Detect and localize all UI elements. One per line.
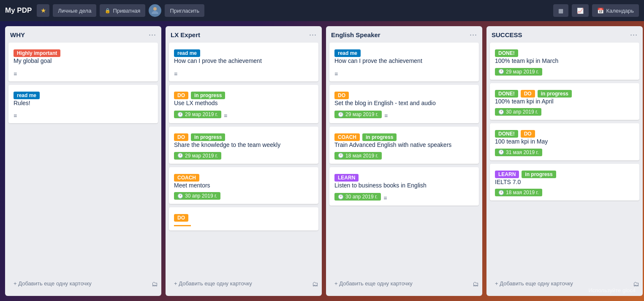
column-menu-success[interactable]: ··· <box>630 30 638 39</box>
column-menu-english-speaker[interactable]: ··· <box>470 30 477 39</box>
card-tags-suc-4: LEARNin progress <box>495 171 634 178</box>
card-lx-5[interactable]: DO <box>169 207 318 230</box>
card-suc-3[interactable]: DONE!DO100 team kpi in May🕐31 мая 2019 г… <box>490 123 639 160</box>
card-en-1[interactable]: read meHow can I prove the achievement≡ <box>329 43 479 81</box>
card-why-2[interactable]: read meRules!≡ <box>8 85 158 124</box>
watermark: Используйте gloc4 <box>589 287 636 293</box>
card-bottom-en-3: 🕐18 мая 2019 г. <box>334 152 474 160</box>
card-title-suc-3: 100 team kpi in May <box>495 138 634 146</box>
card-tags-lx-5: DO <box>174 214 313 222</box>
column-why: WHY···Highly importantMy global goal≡rea… <box>5 26 161 296</box>
template-icon-success: 🗂 <box>633 280 639 287</box>
card-tags-suc-1: DONE! <box>495 49 634 57</box>
card-lx-1[interactable]: read meHow can I prove the achievement≡ <box>169 43 318 81</box>
app-header: My PDP ★ Личные дела 🔒 Приватная Приглас… <box>0 0 644 21</box>
date-badge-lx-4: 🕐30 апр 2019 г. <box>174 192 220 200</box>
clock-icon: 🕐 <box>498 109 504 115</box>
tag-in-progress: in progress <box>522 171 556 178</box>
column-menu-why[interactable]: ··· <box>149 30 156 39</box>
card-bottom-why-2: ≡ <box>14 110 153 119</box>
clock-icon: 🕐 <box>338 194 344 200</box>
add-card-button-english-speaker[interactable]: + Добавить еще одну карточку <box>329 277 473 290</box>
card-tags-en-1: read me <box>334 49 474 57</box>
column-english-speaker: English Speaker···read meHow can I prove… <box>326 26 482 296</box>
add-card-row-english-speaker: + Добавить еще одну карточку🗂 <box>326 274 482 296</box>
date-badge-en-4: 🕐30 апр 2019 г. <box>334 193 381 201</box>
private-label: Приватная <box>113 8 140 14</box>
date-badge-lx-2: 🕐29 мар 2019 г. <box>174 111 221 118</box>
column-header-success: SUCCESS··· <box>486 26 643 43</box>
card-tags-en-4: LEARN <box>334 174 474 182</box>
card-en-2[interactable]: DOSet the blog in English - text and aud… <box>329 85 479 124</box>
card-suc-1[interactable]: DONE!100% team kpi in March🕐29 мар 2019 … <box>490 43 639 80</box>
card-title-suc-1: 100% team kpi in March <box>495 57 634 65</box>
date-badge-suc-4: 🕐18 мая 2019 г. <box>495 189 542 196</box>
card-bottom-lx-2: 🕐29 мар 2019 г.≡ <box>174 110 313 119</box>
card-title-lx-2: Use LX methods <box>174 99 313 108</box>
card-bottom-why-1: ≡ <box>14 68 153 77</box>
card-lx-2[interactable]: DOin progressUse LX methods🕐29 мар 2019 … <box>169 85 318 124</box>
template-icon-lx-expert: 🗂 <box>312 280 318 287</box>
column-header-lx-expert: LX Expert··· <box>166 26 322 43</box>
clock-icon: 🕐 <box>498 149 504 155</box>
calendar-icon: 📅 <box>597 8 604 14</box>
card-suc-2[interactable]: DONE!DOin progress100% team kpi in April… <box>490 83 639 120</box>
card-tags-suc-3: DONE!DO <box>495 130 634 138</box>
card-title-lx-1: How can I prove the achievement <box>174 57 313 65</box>
card-title-en-2: Set the blog in English - text and audio <box>334 99 474 108</box>
card-en-4[interactable]: LEARNListen to business books in English… <box>329 167 479 206</box>
chart-icon-button[interactable]: 📈 <box>572 4 589 17</box>
card-tags-why-2: read me <box>14 92 153 99</box>
column-header-why: WHY··· <box>5 26 161 43</box>
card-title-en-3: Train Advanced English with native speak… <box>334 141 474 149</box>
card-bottom-lx-3: 🕐29 мар 2019 г. <box>174 152 313 160</box>
add-card-button-why[interactable]: + Добавить еще одну карточку <box>8 277 152 290</box>
avatar[interactable] <box>149 4 161 17</box>
card-bottom-suc-2: 🕐30 апр 2019 г. <box>495 108 634 116</box>
invite-label: Пригласить <box>170 8 199 14</box>
card-lx-4[interactable]: COACHMeet mentors🕐30 апр 2019 г. <box>169 167 318 204</box>
column-title-success: SUCCESS <box>492 31 522 38</box>
card-bottom-lx-4: 🕐30 апр 2019 г. <box>174 192 313 200</box>
desc-icon-lx-2: ≡ <box>224 112 227 119</box>
card-en-3[interactable]: COACHin progressTrain Advanced English w… <box>329 127 479 164</box>
star-button[interactable]: ★ <box>37 4 49 17</box>
card-tags-lx-4: COACH <box>174 174 313 182</box>
private-button[interactable]: 🔒 Приватная <box>100 4 145 17</box>
grid-icon-button[interactable]: ▦ <box>553 4 568 17</box>
date-badge-en-3: 🕐18 мая 2019 г. <box>334 152 382 160</box>
date-text-lx-2: 29 мар 2019 г. <box>185 111 218 117</box>
column-menu-lx-expert[interactable]: ··· <box>309 30 317 39</box>
calendar-button[interactable]: 📅 Календарь <box>592 4 639 17</box>
card-suc-4[interactable]: LEARNin progressIELTS 7.0🕐18 мая 2019 г. <box>490 164 639 201</box>
cards-lx-expert: read meHow can I prove the achievement≡D… <box>166 43 322 274</box>
invite-button[interactable]: Пригласить <box>165 4 204 17</box>
date-text-lx-3: 29 мар 2019 г. <box>185 153 218 159</box>
date-text-suc-3: 31 мая 2019 г. <box>506 149 539 155</box>
personal-button[interactable]: Личные дела <box>53 4 96 17</box>
add-card-button-lx-expert[interactable]: + Добавить еще одну карточку <box>169 277 312 290</box>
clock-icon: 🕐 <box>498 190 504 195</box>
card-lx-3[interactable]: DOin progressShare the knowledge to the … <box>169 127 318 164</box>
column-title-lx-expert: LX Expert <box>171 31 200 38</box>
template-icon-why: 🗂 <box>152 280 158 287</box>
card-why-1[interactable]: Highly importantMy global goal≡ <box>8 43 158 81</box>
card-tags-en-3: COACHin progress <box>334 133 474 141</box>
card-title-en-4: Listen to business books in English <box>334 182 474 190</box>
clock-icon: 🕐 <box>177 112 183 117</box>
clock-icon: 🕐 <box>177 193 183 199</box>
card-bottom-lx-1: ≡ <box>174 68 313 77</box>
star-icon: ★ <box>41 7 46 14</box>
card-title-why-2: Rules! <box>14 99 153 108</box>
date-text-en-3: 18 мая 2019 г. <box>345 153 378 159</box>
date-badge-suc-3: 🕐31 мая 2019 г. <box>495 149 542 156</box>
tag-coach: COACH <box>334 133 360 141</box>
card-title-suc-4: IELTS 7.0 <box>495 178 634 187</box>
card-tags-lx-1: read me <box>174 49 313 57</box>
desc-icon-why-1: ≡ <box>14 71 17 77</box>
card-tags-en-2: DO <box>334 92 474 99</box>
date-badge-en-2: 🕐29 мар 2019 г. <box>334 111 382 118</box>
board: WHY···Highly importantMy global goal≡rea… <box>0 21 644 301</box>
add-card-row-why: + Добавить еще одну карточку🗂 <box>5 274 161 296</box>
cards-why: Highly importantMy global goal≡read meRu… <box>5 43 161 274</box>
